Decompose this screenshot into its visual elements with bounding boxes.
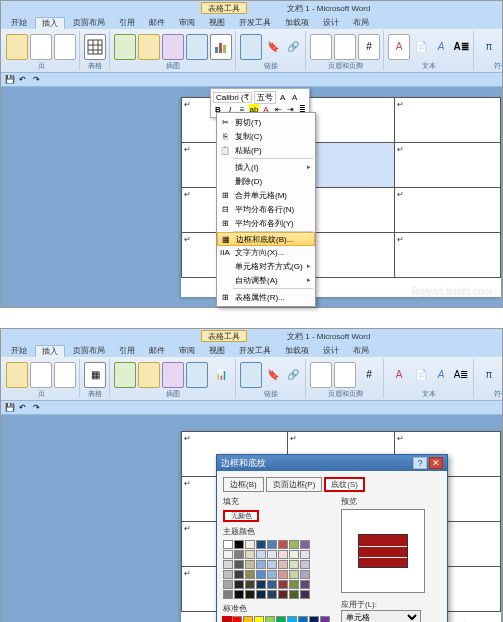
- grow-font-icon[interactable]: A: [278, 92, 288, 102]
- cover-page-button[interactable]: [6, 362, 28, 388]
- menu-textdir[interactable]: IIA文字方向(X)...: [217, 245, 315, 259]
- tab-border[interactable]: 边框(B): [223, 477, 264, 492]
- dropcap-button[interactable]: A≣: [452, 366, 470, 384]
- color-swatch[interactable]: [320, 616, 330, 622]
- apply-select[interactable]: 单元格: [341, 610, 421, 622]
- color-swatch[interactable]: [278, 580, 288, 589]
- color-swatch[interactable]: [267, 540, 277, 549]
- tab-layout[interactable]: 页面布局: [67, 17, 111, 29]
- table-button[interactable]: [84, 34, 106, 60]
- color-swatch[interactable]: [300, 580, 310, 589]
- smartart-button[interactable]: [186, 34, 208, 60]
- color-swatch[interactable]: [223, 580, 233, 589]
- pagenum-button[interactable]: #: [358, 362, 380, 388]
- color-swatch[interactable]: [289, 590, 299, 599]
- table-button[interactable]: ▦: [84, 362, 106, 388]
- picture-button[interactable]: [114, 34, 136, 60]
- hyperlink-button[interactable]: [240, 34, 262, 60]
- color-swatch[interactable]: [300, 590, 310, 599]
- header-button[interactable]: [310, 362, 332, 388]
- menu-borders-shading[interactable]: ▦边框和底纹(B)...: [217, 232, 315, 246]
- blank-page-button[interactable]: [30, 362, 52, 388]
- wordart-button[interactable]: A: [432, 38, 450, 56]
- redo-icon[interactable]: ↷: [33, 403, 43, 413]
- color-swatch[interactable]: [234, 570, 244, 579]
- menu-align[interactable]: 单元格对齐方式(G)▸: [217, 259, 315, 273]
- quickparts-button[interactable]: 📄: [412, 366, 430, 384]
- tab-mail[interactable]: 邮件: [143, 17, 171, 29]
- textbox-button[interactable]: A: [388, 362, 410, 388]
- dialog-titlebar[interactable]: 边框和底纹 ? ✕: [217, 455, 447, 471]
- color-swatch[interactable]: [289, 560, 299, 569]
- color-swatch[interactable]: [267, 550, 277, 559]
- tab-ref[interactable]: 引用: [113, 17, 141, 29]
- color-swatch[interactable]: [254, 616, 264, 622]
- color-swatch[interactable]: [223, 550, 233, 559]
- menu-tableprops[interactable]: ⊞表格属性(R)...: [217, 290, 315, 304]
- tab-review[interactable]: 审阅: [173, 345, 201, 357]
- equation-button[interactable]: π: [478, 362, 500, 388]
- color-swatch[interactable]: [223, 590, 233, 599]
- color-swatch[interactable]: [223, 560, 233, 569]
- footer-button[interactable]: [334, 34, 356, 60]
- tab-insert[interactable]: 插入: [35, 345, 65, 357]
- tab-addins[interactable]: 加载项: [279, 345, 315, 357]
- menu-paste[interactable]: 📋粘贴(P): [217, 143, 315, 157]
- color-swatch[interactable]: [245, 580, 255, 589]
- color-swatch[interactable]: [298, 616, 308, 622]
- color-swatch[interactable]: [267, 570, 277, 579]
- tab-view[interactable]: 视图: [203, 17, 231, 29]
- tab-pageborder[interactable]: 页面边框(P): [266, 477, 323, 492]
- page-break-button[interactable]: [54, 362, 76, 388]
- color-swatch[interactable]: [234, 590, 244, 599]
- size-combo[interactable]: 五号: [254, 91, 276, 104]
- close-button[interactable]: ✕: [429, 457, 443, 469]
- menu-distrows[interactable]: ⊟平均分布各行(N): [217, 202, 315, 216]
- color-swatch[interactable]: [234, 550, 244, 559]
- cell[interactable]: ↵: [394, 233, 500, 278]
- color-swatch[interactable]: [265, 616, 275, 622]
- menu-distcols[interactable]: ⊞平均分布各列(Y): [217, 216, 315, 230]
- shapes-button[interactable]: [162, 34, 184, 60]
- help-button[interactable]: ?: [413, 457, 427, 469]
- blank-page-button[interactable]: [30, 34, 52, 60]
- shrink-font-icon[interactable]: A: [290, 92, 300, 102]
- wordart-button[interactable]: A: [432, 366, 450, 384]
- bookmark-button[interactable]: 🔖: [264, 366, 282, 384]
- color-swatch[interactable]: [234, 560, 244, 569]
- color-swatch[interactable]: [267, 560, 277, 569]
- undo-icon[interactable]: ↶: [19, 75, 29, 85]
- quickparts-button[interactable]: 📄: [412, 38, 430, 56]
- menu-insert[interactable]: 插入(I)▸: [217, 160, 315, 174]
- color-swatch[interactable]: [289, 570, 299, 579]
- undo-icon[interactable]: ↶: [19, 403, 29, 413]
- color-swatch[interactable]: [223, 570, 233, 579]
- textbox-button[interactable]: A: [388, 34, 410, 60]
- color-swatch[interactable]: [256, 560, 266, 569]
- clipart-button[interactable]: [138, 362, 160, 388]
- crossref-button[interactable]: 🔗: [284, 366, 302, 384]
- clipart-button[interactable]: [138, 34, 160, 60]
- color-swatch[interactable]: [267, 590, 277, 599]
- color-swatch[interactable]: [245, 560, 255, 569]
- color-swatch[interactable]: [289, 540, 299, 549]
- color-swatch[interactable]: [300, 570, 310, 579]
- hyperlink-button[interactable]: [240, 362, 262, 388]
- color-swatch[interactable]: [222, 616, 232, 622]
- font-combo[interactable]: Calibri (₹: [213, 92, 252, 103]
- color-swatch[interactable]: [256, 570, 266, 579]
- color-swatch[interactable]: [245, 590, 255, 599]
- color-swatch[interactable]: [223, 540, 233, 549]
- footer-button[interactable]: [334, 362, 356, 388]
- color-swatch[interactable]: [256, 580, 266, 589]
- tab-dev[interactable]: 开发工具: [233, 17, 277, 29]
- color-swatch[interactable]: [234, 540, 244, 549]
- menu-copy[interactable]: ⎘复制(C): [217, 129, 315, 143]
- menu-delete[interactable]: 删除(D): [217, 174, 315, 188]
- nofill-swatch[interactable]: 无颜色: [223, 510, 259, 522]
- color-swatch[interactable]: [300, 540, 310, 549]
- chart-button[interactable]: [210, 34, 232, 60]
- color-swatch[interactable]: [278, 570, 288, 579]
- table-tools-tab[interactable]: 表格工具: [201, 2, 247, 14]
- tab-design[interactable]: 设计: [317, 17, 345, 29]
